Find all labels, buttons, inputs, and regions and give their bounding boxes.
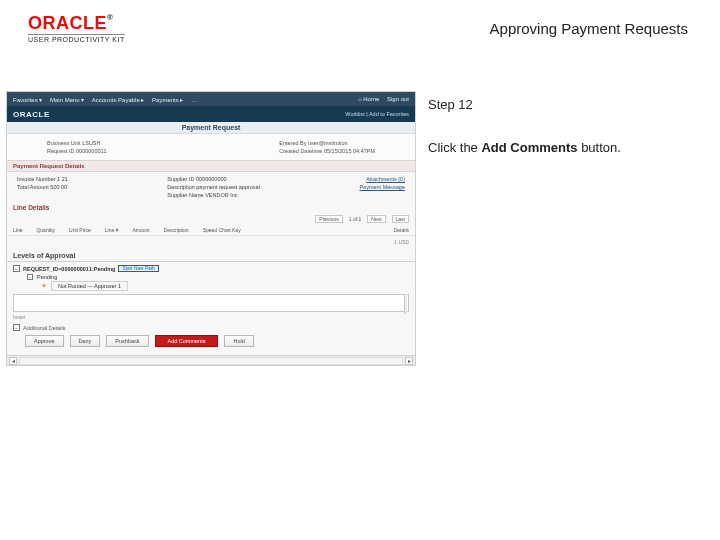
attachments-link[interactable]: Attachments (0)	[359, 176, 405, 182]
app-brand: ORACLE	[13, 110, 50, 119]
line-columns: Line Quantity Unit Price Line # Amount D…	[7, 225, 415, 236]
start-new-path-button[interactable]: Start New Path	[118, 265, 158, 272]
ghost-text: Insert	[7, 312, 415, 322]
nav-main-menu[interactable]: Main Menu ▾	[50, 97, 84, 103]
upk-subtitle: USER PRODUCTIVITY KIT	[28, 34, 125, 43]
prb-field: Invoice Number 1 21	[17, 176, 68, 182]
scroll-track[interactable]	[19, 357, 403, 365]
scroll-right-icon[interactable]: ▸	[405, 357, 413, 365]
meta-field: Entered By user@institution	[279, 140, 375, 146]
nav-home[interactable]: ⌂ Home	[358, 96, 379, 102]
pager-count: 1 of 1	[349, 216, 362, 222]
nav-favorites[interactable]: Favorites ▾	[13, 97, 42, 103]
tree-pending-node: Pending	[37, 274, 57, 280]
meta-field: Created Datetime 05/15/2015 04:47PM	[279, 148, 375, 154]
line-row: 1 USD	[7, 236, 415, 248]
prb-field: Total Amount 500.00	[17, 184, 68, 190]
prb-field: Supplier Name VENDOR Inc	[167, 192, 260, 198]
meta-field: Business Unit LSUSH	[47, 140, 107, 146]
col-head: Quantity	[36, 227, 55, 233]
embedded-screenshot: Favorites ▾ Main Menu ▾ Accounts Payable…	[6, 91, 416, 366]
col-head: Description	[164, 227, 189, 233]
col-head: Unit Price	[69, 227, 91, 233]
pushback-button[interactable]: Pushback	[106, 335, 148, 347]
pager-next[interactable]: Next	[367, 215, 385, 223]
prb-field: Supplier ID 0000000000	[167, 176, 260, 182]
add-comments-button[interactable]: Add Comments	[155, 335, 219, 347]
comment-textarea[interactable]	[13, 294, 409, 312]
ss-subbar: ORACLE Worklist | Add to Favorites	[7, 106, 415, 122]
nav-crumb: …	[191, 97, 197, 103]
nav-crumb: Payments ▸	[152, 97, 183, 103]
star-icon: ✦	[41, 282, 47, 290]
tree-toggle-icon[interactable]: −	[27, 274, 33, 280]
payment-request-body: Invoice Number 1 21 Total Amount 500.00 …	[7, 172, 415, 202]
horizontal-scrollbar[interactable]: ◂ ▸	[7, 355, 415, 365]
step-label: Step 12	[428, 97, 708, 112]
approver-box: Not Routed — Approver 1	[51, 281, 128, 291]
meta-field: Request ID 0000000011	[47, 148, 107, 154]
pager-prev[interactable]: Previous	[315, 215, 342, 223]
payment-message-link[interactable]: Payment Message	[359, 184, 405, 190]
scroll-left-icon[interactable]: ◂	[9, 357, 17, 365]
approve-button[interactable]: Approve	[25, 335, 64, 347]
col-head: Line	[13, 227, 22, 233]
meta-block: Business Unit LSUSH Request ID 000000001…	[7, 134, 415, 160]
action-bar: Approve Deny Pushback Add Comments Hold	[7, 331, 415, 355]
expand-icon: −	[13, 324, 20, 331]
nav-signout[interactable]: Sign out	[387, 96, 409, 102]
col-head: Line #	[105, 227, 119, 233]
line-pager: Previous 1 of 1 Next Last	[7, 213, 415, 225]
deny-button[interactable]: Deny	[70, 335, 101, 347]
oracle-logo: ORACLE®	[28, 14, 125, 32]
tree-request-node: REQUEST_ID=0000000011:Pending	[23, 266, 115, 272]
col-head: Details	[394, 227, 409, 233]
instruction-text: Click the Add Comments button.	[428, 140, 708, 155]
instruction-panel: Step 12 Click the Add Comments button.	[416, 91, 720, 155]
app-subcrumb: Worklist | Add to Favorites	[345, 111, 409, 117]
hold-button[interactable]: Hold	[224, 335, 253, 347]
col-head: Speed Chart Key	[203, 227, 241, 233]
doc-title: Approving Payment Requests	[490, 20, 688, 37]
ss-topbar: Favorites ▾ Main Menu ▾ Accounts Payable…	[7, 92, 415, 106]
oracle-logo-block: ORACLE® USER PRODUCTIVITY KIT	[28, 14, 125, 43]
section-line-details: Line Details	[7, 202, 415, 213]
tree-toggle-icon[interactable]: −	[13, 265, 20, 272]
prb-field: Description payment request approval	[167, 184, 260, 190]
section-payment-request-details: Payment Request Details	[7, 160, 415, 172]
additional-details-toggle[interactable]: − Additional Details	[7, 322, 415, 331]
col-head: Amount	[132, 227, 149, 233]
pager-last[interactable]: Last	[392, 215, 409, 223]
page-title: Payment Request	[7, 122, 415, 134]
approval-tree: − REQUEST_ID=0000000011:Pending Start Ne…	[7, 262, 415, 291]
nav-crumb: Accounts Payable ▸	[92, 97, 145, 103]
section-levels-of-approval: Levels of Approval	[7, 248, 415, 262]
